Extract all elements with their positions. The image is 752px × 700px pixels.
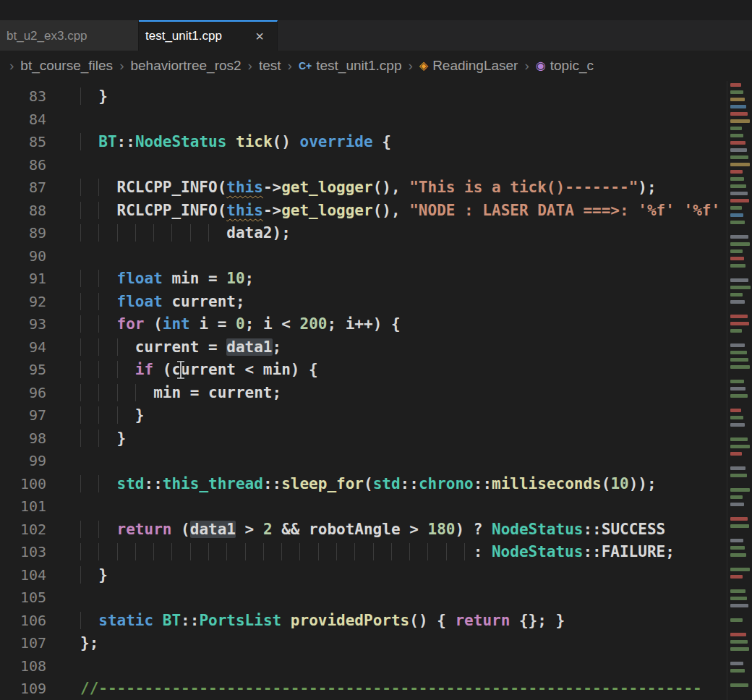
code-line-86[interactable]: 86 bbox=[0, 154, 727, 177]
breadcrumb: ›bt_course_files›behaviortree_ros2›test›… bbox=[0, 51, 752, 81]
vscode-window: bt_u2_ex3.cpptest_unit1.cpp× ›bt_course_… bbox=[0, 0, 752, 81]
code-token: RCLCPP_INFO bbox=[117, 179, 218, 196]
minimap-row bbox=[730, 112, 748, 116]
code-token: BT bbox=[98, 133, 116, 150]
code-line-101[interactable]: 101 bbox=[0, 495, 727, 518]
minimap-row bbox=[730, 264, 745, 268]
code-token: :: bbox=[583, 521, 601, 538]
code-line-104[interactable]: 104 } bbox=[0, 564, 727, 587]
code-line-99[interactable]: 99 bbox=[0, 450, 727, 473]
code-token: () bbox=[273, 133, 300, 150]
breadcrumb-item-topic_c[interactable]: ◉topic_c bbox=[536, 58, 594, 74]
code-line-89[interactable]: 89 data2); bbox=[0, 222, 727, 245]
code-token: :: bbox=[401, 475, 419, 492]
cpp-file-icon: C+ bbox=[299, 61, 312, 71]
line-number: 99 bbox=[0, 450, 46, 473]
line-content: RCLCPP_INFO(this->get_logger(), "This is… bbox=[46, 176, 727, 200]
code-token: PortsList bbox=[199, 612, 281, 629]
line-number: 107 bbox=[0, 632, 46, 655]
code-line-108[interactable]: 108 bbox=[0, 655, 727, 678]
line-content bbox=[46, 495, 727, 518]
code-line-95[interactable]: 95 if (current < min) { bbox=[0, 359, 727, 382]
line-number: 108 bbox=[0, 655, 46, 678]
code-line-102[interactable]: 102 return (data1 > 2 && robotAngle > 18… bbox=[0, 518, 727, 542]
code-line-83[interactable]: 83 } bbox=[0, 85, 727, 108]
code-line-85[interactable]: 85 BT::NodeStatus tick() override { bbox=[0, 131, 727, 154]
minimap-row bbox=[730, 560, 751, 564]
code-line-100[interactable]: 100 std::this_thread::sleep_for(std::chr… bbox=[0, 473, 727, 496]
code-line-105[interactable]: 105 bbox=[0, 586, 727, 610]
code-token: } bbox=[98, 88, 108, 105]
minimap-row bbox=[730, 597, 747, 600]
minimap-row bbox=[730, 582, 751, 586]
code-token: BT bbox=[163, 612, 181, 629]
breadcrumb-item-ReadingLaser[interactable]: ◈ReadingLaser bbox=[419, 58, 518, 74]
minimap-row bbox=[730, 553, 746, 557]
breadcrumb-item-test_unit1.cpp[interactable]: C+test_unit1.cpp bbox=[299, 58, 402, 74]
code-token bbox=[281, 612, 291, 629]
code-token: override bbox=[300, 133, 373, 150]
code-line-88[interactable]: 88 RCLCPP_INFO(this->get_logger(), "NODE… bbox=[0, 200, 727, 223]
indent-guides bbox=[80, 521, 117, 538]
code-token: 10 bbox=[610, 475, 628, 492]
minimap-row bbox=[730, 98, 745, 101]
code-token: static bbox=[98, 612, 153, 629]
line-content bbox=[46, 154, 727, 177]
indent-guides bbox=[80, 612, 98, 629]
breadcrumb-item-bt_course_files[interactable]: bt_course_files bbox=[20, 58, 113, 74]
code-token: : bbox=[474, 543, 492, 560]
line-content: //--------------------------------------… bbox=[46, 678, 727, 700]
code-token: ) ? bbox=[455, 521, 492, 538]
code-line-91[interactable]: 91 float min = 10; bbox=[0, 268, 727, 291]
tab-close-icon[interactable]: × bbox=[242, 29, 264, 43]
minimap-row bbox=[730, 184, 746, 188]
code-token: current = bbox=[135, 338, 226, 356]
indent-guides bbox=[80, 293, 117, 310]
indent-guides bbox=[80, 543, 474, 560]
code-token: NodeStatus bbox=[135, 133, 226, 150]
indent-guides bbox=[80, 88, 98, 105]
code-line-87[interactable]: 87 RCLCPP_INFO(this->get_logger(), "This… bbox=[0, 176, 727, 200]
code-line-84[interactable]: 84 bbox=[0, 108, 727, 132]
code-line-90[interactable]: 90 bbox=[0, 245, 727, 268]
line-number: 106 bbox=[0, 610, 46, 633]
breadcrumb-item-test[interactable]: test bbox=[259, 58, 281, 74]
line-number: 100 bbox=[0, 473, 46, 496]
line-content: current = data1; bbox=[46, 336, 727, 359]
code-line-96[interactable]: 96 min = current; bbox=[0, 382, 727, 405]
minimap-row bbox=[730, 249, 743, 253]
code-line-109[interactable]: 109//-----------------------------------… bbox=[0, 678, 727, 700]
code-line-107[interactable]: 107}; bbox=[0, 632, 727, 655]
class-icon: ◈ bbox=[419, 60, 428, 72]
code-line-93[interactable]: 93 for (int i = 0; i < 200; i++) { bbox=[0, 313, 727, 336]
code-line-103[interactable]: 103 : NodeStatus::FAILURE; bbox=[0, 541, 727, 564]
code-token: float bbox=[117, 270, 163, 287]
line-number: 92 bbox=[0, 291, 46, 314]
line-number: 97 bbox=[0, 404, 46, 427]
tab-test_unit1.cpp[interactable]: test_unit1.cpp× bbox=[139, 20, 278, 51]
code-token: RCLCPP_INFO bbox=[117, 202, 218, 219]
minimap-row bbox=[730, 611, 751, 615]
code-token: ; bbox=[245, 270, 255, 287]
code-token: NodeStatus bbox=[492, 521, 583, 538]
code-line-92[interactable]: 92 float current; bbox=[0, 291, 727, 314]
line-number: 84 bbox=[0, 108, 46, 132]
line-content: data2); bbox=[46, 222, 727, 245]
minimap-row bbox=[730, 90, 743, 94]
code-token bbox=[153, 612, 163, 629]
tab-bt_u2_ex3.cpp[interactable]: bt_u2_ex3.cpp bbox=[0, 20, 139, 51]
line-content bbox=[46, 108, 727, 132]
indent-guides bbox=[80, 202, 117, 219]
line-number: 103 bbox=[0, 541, 46, 564]
code-line-97[interactable]: 97 } bbox=[0, 404, 727, 427]
minimap[interactable] bbox=[727, 81, 752, 700]
code-editor[interactable]: 83 }8485 BT::NodeStatus tick() override … bbox=[0, 81, 752, 700]
code-line-98[interactable]: 98 } bbox=[0, 427, 727, 451]
code-token: > bbox=[236, 521, 263, 538]
code-line-94[interactable]: 94 current = data1; bbox=[0, 336, 727, 359]
breadcrumb-item-behaviortree_ros2[interactable]: behaviortree_ros2 bbox=[130, 58, 241, 74]
code-area[interactable]: 83 }8485 BT::NodeStatus tick() override … bbox=[0, 85, 727, 700]
code-token: } bbox=[117, 430, 127, 447]
code-line-106[interactable]: 106 static BT::PortsList providedPorts()… bbox=[0, 610, 727, 633]
code-token: ); bbox=[638, 179, 656, 196]
